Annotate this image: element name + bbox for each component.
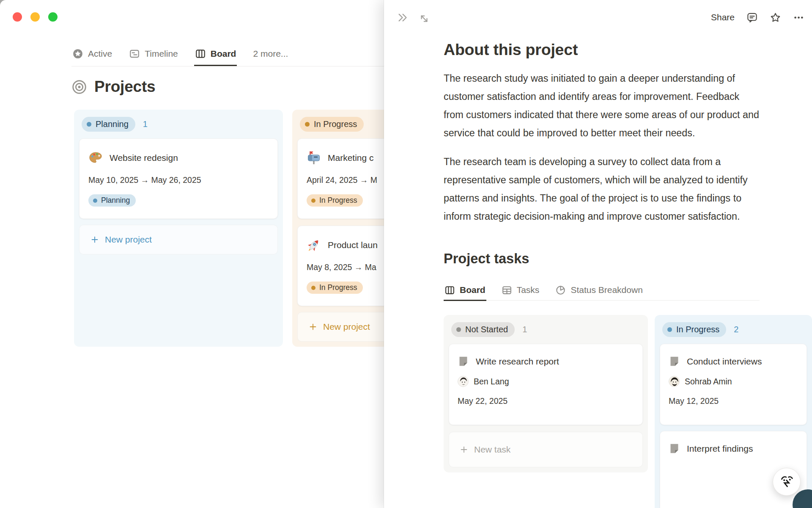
- status-pill-not-started[interactable]: Not Started: [451, 322, 515, 337]
- ai-face-icon: [778, 473, 795, 490]
- column-count: 1: [522, 325, 527, 334]
- status-label: In Progress: [676, 325, 719, 334]
- rocket-emoji: [307, 238, 321, 252]
- task-column-not-started: Not Started 1 Write research report: [444, 315, 648, 472]
- status-label: Not Started: [465, 325, 508, 334]
- board-column-planning: Planning 1 Website redesign May 10, 2025…: [74, 110, 283, 347]
- task-title: Conduct interviews: [687, 356, 762, 367]
- star-circle-icon: [72, 48, 83, 59]
- card-status-tag: In Progress: [307, 194, 363, 207]
- target-icon: [71, 79, 87, 95]
- zoom-window-button[interactable]: [48, 12, 58, 22]
- favorite-star-icon[interactable]: [770, 12, 781, 23]
- view-tab-more[interactable]: 2 more...: [252, 43, 289, 66]
- document-paragraph: The research study was initiated to gain…: [444, 69, 762, 142]
- plus-icon: [459, 445, 469, 454]
- card-status-tag: In Progress: [307, 282, 363, 294]
- tab-status-breakdown[interactable]: Status Breakdown: [554, 280, 643, 301]
- page-icon: [458, 356, 469, 367]
- view-tab-label: Active: [88, 49, 112, 59]
- view-tab-label: Board: [211, 49, 236, 59]
- task-date: May 12, 2025: [669, 396, 798, 406]
- board-icon: [195, 48, 206, 59]
- column-count: 2: [734, 325, 738, 334]
- page-header: Projects: [71, 78, 155, 96]
- page-title: Projects: [94, 78, 155, 96]
- tab-label: Status Breakdown: [571, 285, 642, 295]
- avatar-ben-lang: [458, 376, 469, 387]
- task-title: Interpret findings: [687, 444, 753, 454]
- share-button[interactable]: Share: [711, 12, 735, 22]
- status-label: In Progress: [314, 119, 357, 129]
- avatar-sohrab-amin: [669, 376, 680, 387]
- tab-tasks[interactable]: Tasks: [501, 280, 540, 301]
- column-count: 1: [143, 119, 148, 129]
- window-controls: [13, 12, 58, 22]
- status-dot: [93, 199, 97, 203]
- status-dot: [305, 122, 310, 127]
- tag-label: In Progress: [319, 196, 357, 205]
- status-dot: [311, 199, 315, 203]
- side-peek-panel: Share About this project The research st…: [384, 0, 812, 508]
- column-header: Planning 1: [79, 115, 278, 133]
- board-icon: [444, 285, 455, 295]
- tag-label: In Progress: [319, 283, 357, 292]
- new-project-button[interactable]: New project: [79, 225, 278, 254]
- tab-label: Board: [460, 285, 486, 295]
- expand-full-page-icon[interactable]: [417, 12, 429, 23]
- more-options-icon[interactable]: [793, 12, 804, 23]
- assignee-name: Sohrab Amin: [685, 377, 732, 387]
- panel-toolbar: Share: [384, 0, 812, 30]
- task-card-conduct-interviews[interactable]: Conduct interviews: [660, 344, 807, 425]
- close-window-button[interactable]: [13, 12, 22, 22]
- card-title: Product laun: [328, 240, 378, 250]
- page-icon: [669, 356, 680, 367]
- assignee-name: Ben Lang: [474, 377, 509, 387]
- tab-board[interactable]: Board: [444, 280, 486, 301]
- new-task-button[interactable]: New task: [449, 432, 643, 467]
- view-tab-timeline[interactable]: Timeline: [128, 43, 179, 66]
- table-icon: [502, 285, 512, 295]
- status-dot: [667, 327, 672, 332]
- new-project-label: New project: [105, 235, 152, 245]
- view-tab-label: Timeline: [145, 49, 178, 59]
- status-dot: [456, 327, 461, 332]
- new-task-label: New task: [474, 444, 510, 455]
- mailbox-emoji: [307, 151, 321, 165]
- timeline-icon: [129, 48, 140, 59]
- column-header: In Progress 2: [660, 320, 807, 339]
- status-pill-in-progress[interactable]: In Progress: [662, 322, 726, 337]
- task-card-write-research-report[interactable]: Write research report: [449, 344, 643, 425]
- status-pill-planning[interactable]: Planning: [82, 117, 135, 132]
- section-heading: Project tasks: [444, 251, 769, 267]
- document-title: About this project: [444, 41, 769, 59]
- card-dates: May 10, 2025 → May 26, 2025: [88, 175, 269, 185]
- plus-icon: [90, 235, 99, 244]
- status-pill-in-progress[interactable]: In Progress: [300, 117, 364, 132]
- task-title: Write research report: [476, 356, 559, 367]
- new-project-label: New project: [323, 322, 370, 332]
- status-label: Planning: [96, 119, 129, 129]
- status-dot: [87, 122, 91, 127]
- minimize-window-button[interactable]: [30, 12, 40, 22]
- close-peek-chevrons-icon[interactable]: [397, 12, 408, 23]
- palette-emoji: [88, 151, 103, 165]
- view-tab-label: 2 more...: [253, 49, 288, 59]
- view-tabs: Active Timeline Board 2 more...: [71, 43, 289, 66]
- ai-assistant-button[interactable]: [773, 468, 801, 496]
- status-dot: [311, 286, 315, 290]
- app-window: Active Timeline Board 2 more... Pro: [0, 0, 812, 508]
- tag-label: Planning: [101, 196, 130, 205]
- tab-label: Tasks: [517, 285, 540, 295]
- project-card-website-redesign[interactable]: Website redesign May 10, 2025 → May 26, …: [79, 138, 278, 219]
- card-title: Marketing c: [328, 153, 374, 163]
- view-tab-board[interactable]: Board: [194, 43, 237, 66]
- pie-chart-icon: [555, 285, 566, 295]
- plus-icon: [308, 322, 318, 331]
- card-title: Website redesign: [110, 153, 178, 163]
- view-tab-active[interactable]: Active: [71, 43, 113, 66]
- comments-icon[interactable]: [746, 12, 758, 23]
- task-date: May 22, 2025: [458, 396, 634, 406]
- column-header: Not Started 1: [449, 320, 643, 339]
- tab-bar-divider: [71, 66, 384, 66]
